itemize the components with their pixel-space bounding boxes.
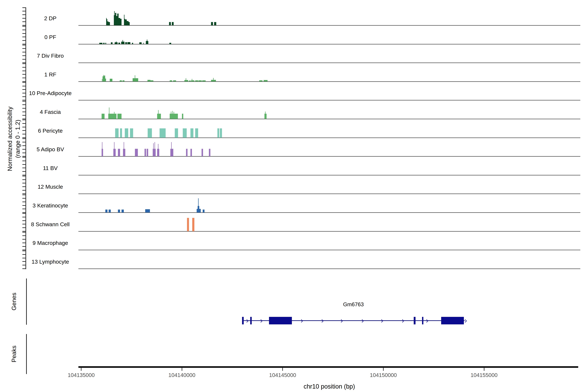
signal-bar: [120, 128, 122, 138]
track-baseline: [78, 175, 580, 176]
signal-spike: [124, 142, 124, 156]
signal-bar: [118, 18, 120, 25]
track-label: 3 Keratinocyte: [3, 202, 98, 209]
signal-bar: [139, 42, 142, 44]
signal-bar: [128, 42, 130, 44]
gene-exon-thin: [242, 317, 244, 324]
gene-exon-thin: [422, 317, 423, 324]
signal-bar: [130, 128, 133, 138]
track-label: 4 Fascia: [3, 108, 98, 115]
signal-bar: [184, 80, 188, 82]
signal-bar: [125, 128, 128, 138]
signal-bar: [135, 149, 138, 156]
signal-spike: [109, 108, 110, 119]
signal-bar: [147, 149, 148, 156]
signal-spike: [158, 144, 158, 156]
signal-spike: [186, 78, 186, 82]
track-baseline: [78, 212, 580, 213]
y-axis-minor-tick: [22, 176, 26, 176]
track-baseline: [78, 138, 580, 138]
signal-bar: [169, 22, 171, 25]
track-label: 9 Macrophage: [3, 240, 98, 246]
gene-name: Gm6763: [343, 301, 364, 308]
signal-bar: [99, 43, 102, 44]
signal-bar: [170, 149, 173, 156]
x-axis-title: chr10 position (bp): [304, 383, 355, 390]
y-axis-minor-tick: [22, 157, 26, 158]
signal-bar: [115, 13, 116, 25]
signal-spike: [124, 15, 124, 25]
strand-arrow-icon: [464, 319, 467, 322]
signal-bar: [108, 114, 116, 119]
strand-arrow-icon: [300, 319, 303, 322]
y-axis-minor-tick: [22, 123, 26, 124]
track-label: 6 Pericyte: [3, 128, 98, 134]
track-label: 1 RF: [3, 71, 98, 78]
gene-exon-thin: [250, 317, 252, 324]
y-axis-minor-tick: [22, 81, 26, 82]
x-axis-tick-label: 104150000: [370, 372, 397, 378]
y-axis-minor-tick: [22, 30, 26, 30]
signal-bar: [127, 21, 128, 25]
y-axis-minor-tick: [22, 11, 26, 12]
track-label: 0 PF: [3, 34, 98, 40]
signal-bar: [132, 43, 133, 44]
signal-bar: [189, 80, 191, 82]
signal-bar: [105, 78, 106, 81]
x-axis-tick: [484, 368, 484, 371]
strand-arrow-icon: [425, 319, 428, 322]
track-label: 11 BV: [3, 165, 98, 171]
peaks-axis-bracket: [26, 334, 27, 374]
y-axis-label-line2: (range 0 - 1.2): [14, 107, 22, 171]
y-axis-minor-tick: [22, 82, 26, 83]
signal-bar: [259, 80, 262, 82]
strand-arrow-icon: [259, 319, 262, 322]
track-label: 13 Lymphocyte: [3, 258, 98, 265]
signal-bar: [202, 149, 203, 156]
signal-bar: [143, 43, 144, 44]
signal-bar: [211, 22, 213, 25]
signal-bar: [209, 149, 210, 156]
strand-arrow-icon: [340, 319, 343, 322]
gene-exon-thin: [414, 317, 416, 324]
signal-bar: [107, 22, 108, 25]
signal-bar: [105, 210, 108, 212]
signal-spike: [114, 112, 114, 119]
y-axis-minor-tick: [22, 194, 26, 195]
signal-bar: [108, 22, 110, 25]
signal-bar: [102, 114, 104, 119]
track-baseline: [78, 268, 580, 269]
genome-track-figure: Normalized accessibility (range 0 - 1.2)…: [0, 0, 588, 392]
x-axis-tick-label: 104140000: [168, 372, 195, 378]
track-baseline: [78, 231, 580, 232]
x-axis-tick: [282, 368, 283, 371]
y-axis-minor-tick: [22, 194, 26, 194]
signal-bar: [108, 210, 111, 212]
signal-bar: [220, 128, 222, 138]
track-label: 12 Muscle: [3, 184, 98, 190]
signal-spike: [154, 142, 155, 156]
strand-arrow-icon: [360, 319, 364, 322]
genes-section-label: Genes: [10, 292, 18, 310]
signal-spike: [102, 142, 102, 156]
signal-spike: [104, 75, 105, 82]
y-axis-minor-tick: [22, 48, 26, 49]
y-axis-minor-tick: [22, 235, 26, 236]
track-baseline: [78, 119, 580, 119]
y-axis-minor-tick: [22, 175, 26, 176]
signal-spike: [174, 112, 174, 119]
x-axis-tick-label: 104155000: [470, 372, 498, 378]
signal-bar: [186, 149, 188, 156]
signal-bar: [122, 80, 124, 82]
signal-bar: [195, 80, 198, 82]
track-baseline: [78, 194, 580, 194]
y-axis-minor-tick: [22, 104, 26, 105]
signal-bar: [103, 43, 104, 44]
signal-bar: [125, 42, 127, 44]
signal-bar: [214, 22, 216, 25]
track-baseline: [78, 44, 580, 44]
signal-bar: [148, 80, 150, 81]
signal-bar: [122, 210, 124, 212]
signal-bar: [145, 209, 150, 212]
signal-spike: [158, 110, 158, 119]
